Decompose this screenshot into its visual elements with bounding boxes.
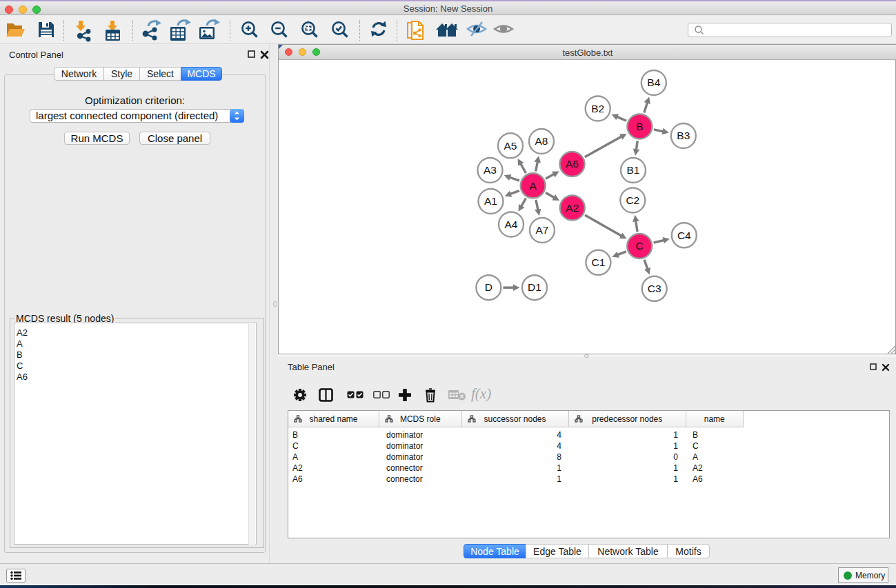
svg-text:C1: C1 bbox=[591, 256, 605, 268]
svg-text:A: A bbox=[530, 180, 537, 192]
svg-text:C3: C3 bbox=[648, 283, 661, 294]
svg-text:C: C bbox=[636, 240, 644, 252]
svg-text:A8: A8 bbox=[535, 135, 548, 147]
svg-text:A2: A2 bbox=[566, 202, 579, 214]
svg-text:B4: B4 bbox=[647, 77, 660, 88]
svg-text:C4: C4 bbox=[677, 230, 691, 241]
svg-text:A6: A6 bbox=[566, 158, 579, 170]
svg-text:C2: C2 bbox=[626, 194, 639, 206]
svg-text:D: D bbox=[485, 281, 492, 293]
svg-text:B3: B3 bbox=[677, 130, 690, 141]
svg-text:A7: A7 bbox=[536, 224, 549, 236]
svg-text:A1: A1 bbox=[484, 195, 497, 207]
svg-text:B: B bbox=[636, 121, 643, 132]
svg-text:D1: D1 bbox=[528, 281, 541, 293]
svg-text:A4: A4 bbox=[505, 219, 518, 230]
svg-text:A3: A3 bbox=[484, 164, 497, 176]
svg-text:A5: A5 bbox=[504, 140, 517, 152]
svg-text:B2: B2 bbox=[591, 103, 604, 114]
svg-text:B1: B1 bbox=[627, 164, 640, 176]
